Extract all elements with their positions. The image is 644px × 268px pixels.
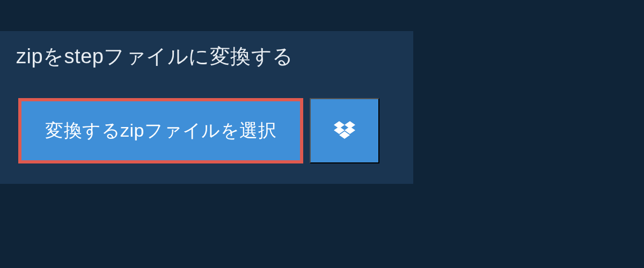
button-row: 変換するzipファイルを選択 bbox=[18, 98, 413, 163]
dropbox-button[interactable] bbox=[310, 98, 379, 163]
converter-panel: zipをstepファイルに変換する 変換するzipファイルを選択 bbox=[0, 31, 413, 184]
heading-wrap: zipをstepファイルに変換する bbox=[0, 31, 313, 82]
dropbox-icon bbox=[334, 121, 355, 140]
select-file-button[interactable]: 変換するzipファイルを選択 bbox=[18, 98, 303, 163]
page-title: zipをstepファイルに変換する bbox=[16, 43, 294, 70]
